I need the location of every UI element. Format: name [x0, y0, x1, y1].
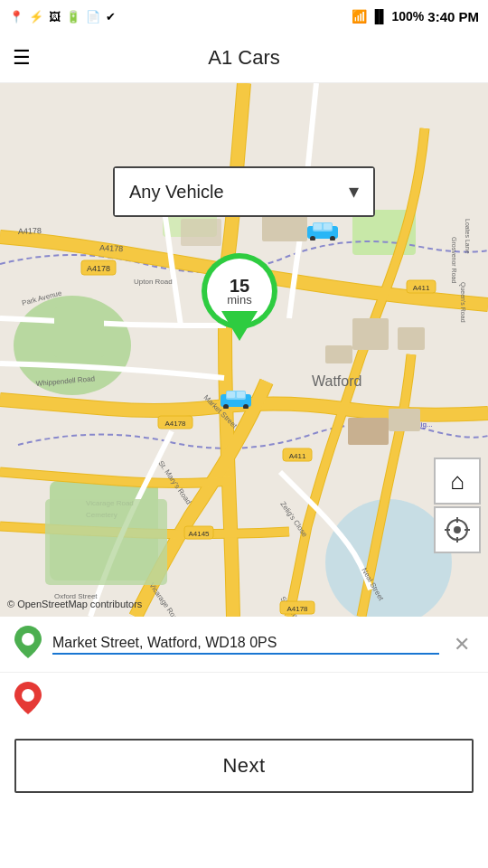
svg-text:Grosvenor Road: Grosvenor Road — [451, 237, 457, 283]
svg-point-79 — [22, 633, 34, 646]
vehicle-selector-label: Any Vehicle — [129, 182, 224, 203]
status-bar: 📍 ⚡ 🖼 🔋 📄 ✔ 📶 ▐▌ 100% 3:40 PM — [0, 0, 488, 33]
app-bar: ☰ A1 Cars — [0, 33, 488, 83]
svg-text:Queen's Road: Queen's Road — [459, 282, 466, 323]
svg-text:A411: A411 — [413, 284, 430, 292]
osm-credit: © OpenStreetMap contributors — [7, 599, 142, 609]
taxi-car-top — [305, 221, 340, 244]
chevron-down-icon: ▾ — [349, 180, 359, 203]
svg-text:A4145: A4145 — [188, 530, 210, 538]
map-controls: ⌂ — [434, 458, 481, 553]
clear-pickup-button[interactable]: ✕ — [450, 629, 474, 660]
svg-text:A4178: A4178 — [286, 605, 308, 613]
pickup-input-wrap[interactable] — [52, 635, 439, 655]
svg-point-80 — [22, 689, 34, 702]
destination-pin-icon — [14, 682, 42, 719]
eta-map-pin: 15 mins — [194, 246, 285, 349]
image-icon: 🖼 — [49, 10, 61, 24]
svg-rect-45 — [352, 318, 389, 350]
pickup-location-row: ✕ — [0, 617, 488, 673]
svg-rect-48 — [389, 409, 420, 431]
location-button[interactable] — [434, 506, 481, 553]
app-title: A1 Cars — [208, 46, 279, 70]
svg-rect-52 — [45, 499, 167, 585]
battery-icon: 🔋 — [66, 10, 80, 24]
svg-text:Upton Road: Upton Road — [134, 278, 173, 286]
home-button[interactable]: ⌂ — [434, 458, 481, 505]
svg-text:Watford: Watford — [312, 373, 361, 389]
taxi-car-mid — [219, 389, 253, 412]
battery-percent: 100% — [391, 9, 424, 24]
svg-text:A4178: A4178 — [164, 420, 186, 428]
map-area[interactable]: A4178 A4178 A411 A411 A4178 A4145 A4178 … — [0, 83, 488, 617]
svg-text:Loates Lane: Loates Lane — [465, 219, 471, 254]
vehicle-selector-button[interactable]: Any Vehicle ▾ — [115, 168, 373, 215]
status-bar-left: 📍 ⚡ 🖼 🔋 📄 ✔ — [9, 10, 116, 24]
target-icon — [445, 517, 470, 542]
wifi-icon: 📶 — [352, 9, 367, 24]
home-icon: ⌂ — [450, 467, 465, 495]
usb-icon: ⚡ — [29, 10, 43, 24]
pickup-input[interactable] — [52, 635, 439, 655]
svg-rect-44 — [54, 307, 104, 357]
svg-point-74 — [454, 526, 461, 533]
location-icon: 📍 — [9, 10, 23, 24]
doc-icon: 📄 — [86, 10, 100, 24]
svg-text:A411: A411 — [289, 452, 306, 460]
destination-input[interactable] — [52, 693, 474, 709]
svg-rect-49 — [325, 345, 352, 363]
destination-row — [0, 673, 488, 728]
svg-rect-47 — [348, 418, 389, 445]
svg-rect-51 — [181, 219, 221, 246]
svg-rect-69 — [227, 392, 235, 398]
svg-text:A4178: A4178 — [18, 226, 42, 236]
bottom-panel: ✕ Next — [0, 617, 488, 807]
vehicle-selector-dropdown[interactable]: Any Vehicle ▾ — [113, 166, 375, 217]
svg-text:A4178: A4178 — [99, 243, 124, 253]
svg-rect-64 — [324, 223, 332, 230]
map-svg: A4178 A4178 A411 A411 A4178 A4145 A4178 … — [0, 83, 488, 617]
menu-button[interactable]: ☰ — [13, 46, 31, 70]
next-button[interactable]: Next — [14, 739, 474, 793]
pickup-pin-icon — [14, 626, 42, 663]
next-button-wrap: Next — [0, 728, 488, 807]
svg-rect-70 — [237, 392, 245, 398]
svg-text:A4178: A4178 — [87, 264, 110, 273]
status-time: 3:40 PM — [427, 9, 479, 24]
svg-rect-63 — [314, 223, 322, 230]
svg-rect-46 — [398, 327, 425, 350]
status-bar-right: 📶 ▐▌ 100% 3:40 PM — [352, 9, 479, 24]
check-icon: ✔ — [106, 10, 116, 24]
signal-icon: ▐▌ — [371, 9, 389, 24]
svg-text:mins: mins — [227, 293, 252, 307]
